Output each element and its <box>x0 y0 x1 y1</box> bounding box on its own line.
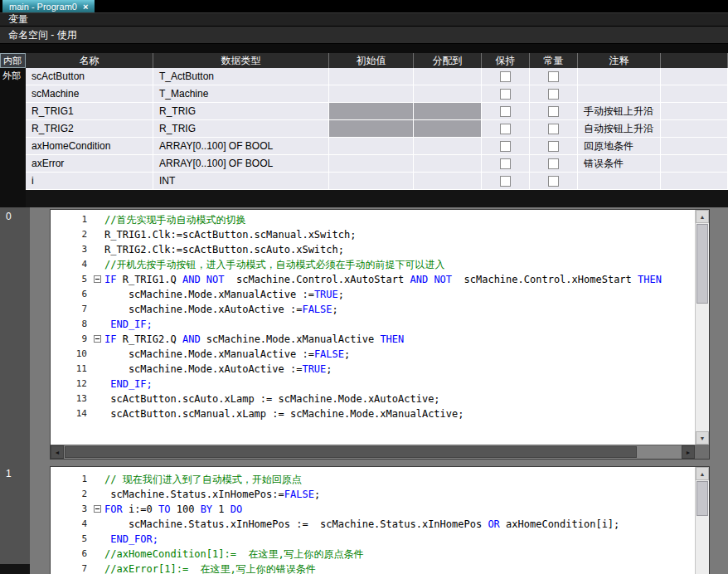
code-line[interactable]: 2 scMachine.Status.xInHomePos:=FALSE; <box>51 487 695 502</box>
constant-checkbox[interactable] <box>548 106 559 117</box>
cell-datatype[interactable]: T_Machine <box>153 85 329 103</box>
scroll-right-icon[interactable]: ► <box>682 445 695 459</box>
column-header-retain[interactable]: 保持 <box>482 53 530 68</box>
cell-datatype[interactable]: R_TRIG <box>153 120 329 138</box>
code-area-0[interactable]: 1//首先实现手动自动模式的切换2R_TRIG1.Clk:=scActButto… <box>51 210 695 445</box>
scroll-up-icon[interactable]: ▲ <box>696 467 709 480</box>
tab-close-icon[interactable]: × <box>83 2 88 12</box>
st-editor-section-1[interactable]: 1// 现在我们进入到了自动模式，开始回原点2 scMachine.Status… <box>50 466 710 574</box>
horizontal-scrollbar[interactable]: ◄ ► <box>51 445 695 459</box>
cell-name[interactable]: axHomeCondition <box>26 138 153 155</box>
column-header-assigned-to[interactable]: 分配到 <box>414 53 482 68</box>
constant-checkbox[interactable] <box>548 176 559 187</box>
retain-checkbox[interactable] <box>500 124 511 134</box>
table-row[interactable]: iINT <box>26 173 728 190</box>
cell-assigned-to[interactable] <box>414 85 482 103</box>
cell-assigned-to[interactable] <box>414 155 482 173</box>
tab-main-program0[interactable]: main - Program0 × <box>2 0 95 12</box>
code-line[interactable]: 7 scMachine.Mode.xAutoActive :=FALSE; <box>51 302 695 317</box>
variables-section-header[interactable]: 变量 <box>0 12 728 27</box>
column-header-comment[interactable]: 注释 <box>578 53 661 68</box>
retain-checkbox[interactable] <box>500 141 511 152</box>
cell-datatype[interactable]: T_ActButton <box>153 68 329 85</box>
retain-checkbox[interactable] <box>500 158 511 169</box>
section-0-label[interactable]: 0 <box>6 211 12 222</box>
cell-comment[interactable] <box>578 173 661 190</box>
cell-initial-value[interactable] <box>329 138 414 155</box>
cell-datatype[interactable]: ARRAY[0..100] OF BOOL <box>153 155 329 173</box>
cell-name[interactable]: i <box>26 173 153 190</box>
cell-initial-value[interactable] <box>329 85 414 103</box>
st-editor-section-0[interactable]: 1//首先实现手动自动模式的切换2R_TRIG1.Clk:=scActButto… <box>50 209 710 460</box>
column-header-name[interactable]: 名称 <box>26 53 153 68</box>
cell-comment[interactable]: 回原地条件 <box>578 138 661 155</box>
code-line[interactable]: 13 scActButton.scAuto.xLamp := scMachine… <box>51 392 695 406</box>
code-line[interactable]: 4//开机先按手动按钮，进入手动模式，自动模式必须在手动的前提下可以进入 <box>51 257 695 272</box>
column-header-datatype[interactable]: 数据类型 <box>153 53 329 68</box>
cell-assigned-to[interactable] <box>414 68 482 85</box>
scroll-left-icon[interactable]: ◄ <box>51 445 64 459</box>
scroll-up-icon[interactable]: ▲ <box>696 210 709 223</box>
horizontal-scroll-thumb[interactable] <box>65 446 637 458</box>
fold-collapse-icon[interactable] <box>94 335 101 343</box>
code-line[interactable]: 1//首先实现手动自动模式的切换 <box>51 212 695 227</box>
vertical-scroll-thumb[interactable] <box>696 481 708 516</box>
retain-checkbox[interactable] <box>500 89 511 100</box>
namespace-section-header[interactable]: 命名空间 - 使用 <box>0 27 728 44</box>
code-line[interactable]: 6 scMachine.Mode.xManualActive :=TRUE; <box>51 287 695 302</box>
column-header-initial-value[interactable]: 初始值 <box>329 53 414 68</box>
cell-comment[interactable]: 错误条件 <box>578 155 661 173</box>
code-line[interactable]: 5 END_FOR; <box>51 532 695 547</box>
code-line[interactable]: 9IF R_TRIG2.Q AND scMachine.Mode.xManual… <box>51 332 695 347</box>
retain-checkbox[interactable] <box>500 71 511 82</box>
vertical-scrollbar[interactable]: ▲ ▼ <box>695 210 709 445</box>
cell-initial-value[interactable] <box>329 173 414 190</box>
cell-datatype[interactable]: ARRAY[0..100] OF BOOL <box>153 138 329 155</box>
constant-checkbox[interactable] <box>548 89 559 100</box>
code-line[interactable]: 8 END_IF; <box>51 317 695 332</box>
table-row[interactable]: axErrorARRAY[0..100] OF BOOL错误条件 <box>26 155 728 173</box>
constant-checkbox[interactable] <box>548 158 559 169</box>
code-line[interactable]: 3FOR i:=0 TO 100 BY 1 DO <box>51 502 695 517</box>
table-row[interactable]: scActButtonT_ActButton <box>26 68 728 85</box>
cell-comment[interactable]: 手动按钮上升沿 <box>578 103 661 120</box>
code-line[interactable]: 5IF R_TRIG1.Q AND NOT scMachine.Control.… <box>51 272 695 287</box>
scroll-down-icon[interactable]: ▼ <box>696 431 709 445</box>
cell-name[interactable]: axError <box>26 155 153 173</box>
var-scope-tab-1[interactable]: 外部 <box>0 68 26 83</box>
cell-comment[interactable] <box>578 68 661 85</box>
code-line[interactable]: 11 scMachine.Mode.xAutoActive :=TRUE; <box>51 362 695 377</box>
table-row[interactable]: R_TRIG2R_TRIG自动按钮上升沿 <box>26 120 728 138</box>
cell-comment[interactable]: 自动按钮上升沿 <box>578 120 661 138</box>
cell-datatype[interactable]: R_TRIG <box>153 103 329 120</box>
vertical-scrollbar[interactable]: ▲ ▼ <box>695 467 709 574</box>
fold-collapse-icon[interactable] <box>94 275 101 283</box>
cell-assigned-to[interactable] <box>414 138 482 155</box>
cell-comment[interactable] <box>578 85 661 103</box>
code-line[interactable]: 7//axError[1]:= 在这里,写上你的错误条件 <box>51 562 695 574</box>
constant-checkbox[interactable] <box>548 141 559 152</box>
code-line[interactable]: 1// 现在我们进入到了自动模式，开始回原点 <box>51 472 695 487</box>
constant-checkbox[interactable] <box>548 71 559 82</box>
code-line[interactable]: 10 scMachine.Mode.xManualActive :=FALSE; <box>51 347 695 362</box>
var-scope-tab-0[interactable]: 内部 <box>0 53 26 68</box>
retain-checkbox[interactable] <box>500 106 511 117</box>
section-1-label[interactable]: 1 <box>6 468 12 479</box>
fold-collapse-icon[interactable] <box>94 505 101 513</box>
cell-name[interactable]: scMachine <box>26 85 153 103</box>
cell-name[interactable]: R_TRIG1 <box>26 103 153 120</box>
code-line[interactable]: 12 END_IF; <box>51 377 695 392</box>
code-line[interactable]: 2R_TRIG1.Clk:=scActButton.scManual.xSwit… <box>51 227 695 242</box>
cell-initial-value[interactable] <box>329 155 414 173</box>
code-area-1[interactable]: 1// 现在我们进入到了自动模式，开始回原点2 scMachine.Status… <box>51 467 695 574</box>
cell-name[interactable]: scActButton <box>26 68 153 85</box>
code-line[interactable]: 4 scMachine.Status.xInHomePos := scMachi… <box>51 517 695 532</box>
cell-name[interactable]: R_TRIG2 <box>26 120 153 138</box>
cell-datatype[interactable]: INT <box>153 173 329 190</box>
constant-checkbox[interactable] <box>548 124 559 134</box>
column-header-constant[interactable]: 常量 <box>530 53 578 68</box>
table-row[interactable]: axHomeConditionARRAY[0..100] OF BOOL回原地条… <box>26 138 728 155</box>
table-row[interactable]: R_TRIG1R_TRIG手动按钮上升沿 <box>26 103 728 120</box>
code-line[interactable]: 14 scActButton.scManual.xLamp := scMachi… <box>51 406 695 421</box>
vertical-scroll-thumb[interactable] <box>696 224 708 304</box>
